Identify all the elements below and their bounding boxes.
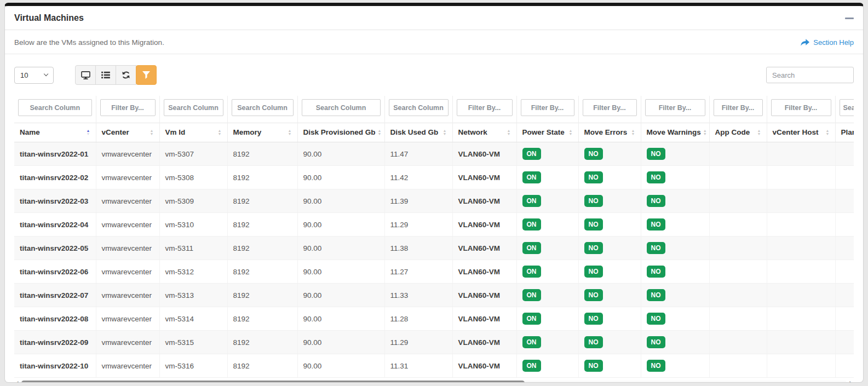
cell-move_errors: NO (578, 260, 641, 284)
scroll-left-icon[interactable]: ◀ (14, 381, 19, 383)
table-row[interactable]: titan-winsrv2022-04vmwarevcentervm-53108… (14, 213, 854, 237)
cell-disk_provisioned_gb: 90.00 (297, 166, 384, 189)
sort-arrows-icon: ▲▼ (150, 129, 154, 135)
column-header-disk_provisioned_gb[interactable]: Disk Provisioned Gb▲▼ (297, 123, 384, 142)
move-warnings-badge: NO (647, 195, 665, 207)
cell-memory: 8192 (227, 189, 297, 213)
cell-name: titan-winsrv2022-01 (14, 142, 96, 166)
cell-move_warnings: NO (641, 189, 709, 213)
table-viewport: Name▲▼vCenter▲▼Vm Id▲▼Memory▲▼Disk Provi… (14, 96, 854, 378)
column-header-memory[interactable]: Memory▲▼ (227, 123, 297, 142)
column-header-power_state[interactable]: Power State▲▼ (516, 123, 578, 142)
column-header-vcenter_host[interactable]: vCenter Host▲▼ (767, 123, 835, 142)
sort-arrows-icon: ▲▼ (507, 129, 511, 135)
column-header-name[interactable]: Name▲▼ (14, 123, 96, 142)
sort-arrows-icon: ▲▼ (218, 129, 222, 135)
move-errors-badge: NO (584, 171, 603, 183)
cell-power_state: ON (516, 213, 578, 237)
column-label: App Code (715, 128, 750, 136)
page-title: Virtual Machines (14, 13, 84, 23)
move-warnings-badge: NO (647, 289, 665, 301)
filter-input-disk_provisioned_gb[interactable] (302, 99, 381, 116)
cell-name: titan-winsrv2022-06 (14, 260, 96, 284)
table-row[interactable]: titan-winsrv2022-07vmwarevcentervm-53138… (14, 284, 854, 307)
cell-memory: 8192 (227, 166, 297, 189)
move-errors-badge: NO (584, 218, 603, 231)
column-header-plan[interactable]: Plan▲▼ (835, 123, 854, 142)
filter-input-vcenter[interactable] (100, 99, 156, 116)
move-errors-badge: NO (584, 195, 603, 207)
column-header-move_warnings[interactable]: Move Warnings▲▼ (641, 123, 709, 142)
page-size-value: 10 (20, 71, 28, 79)
table-row[interactable]: titan-winsrv2022-05vmwarevcentervm-53118… (14, 237, 854, 260)
table-row[interactable]: titan-winsrv2022-02vmwarevcentervm-53088… (14, 166, 854, 189)
filter-input-vm_id[interactable] (164, 99, 223, 116)
cell-app_code (709, 307, 767, 331)
filter-input-memory[interactable] (232, 99, 294, 116)
toggle-view-button[interactable] (75, 65, 96, 85)
cell-move_warnings: NO (641, 260, 709, 284)
column-header-vm_id[interactable]: Vm Id▲▼ (159, 123, 227, 142)
filter-input-plan[interactable] (840, 99, 854, 116)
scrollbar-thumb[interactable] (21, 381, 525, 383)
cell-network: VLAN60-VM (452, 307, 516, 331)
cell-vm_id: vm-5311 (159, 237, 227, 260)
cell-disk_provisioned_gb: 90.00 (297, 331, 384, 354)
cell-vcenter: vmwarevcenter (96, 189, 159, 213)
cell-app_code (709, 166, 767, 189)
filter-input-name[interactable] (18, 99, 92, 116)
refresh-button[interactable] (116, 65, 136, 85)
column-header-vcenter[interactable]: vCenter▲▼ (96, 123, 159, 142)
power-state-badge: ON (522, 195, 541, 207)
column-header-app_code[interactable]: App Code▲▼ (709, 123, 767, 142)
table-row[interactable]: titan-winsrv2022-06vmwarevcentervm-53128… (14, 260, 854, 284)
cell-name: titan-winsrv2022-08 (14, 307, 96, 331)
column-label: Move Errors (584, 128, 628, 136)
move-warnings-badge: NO (647, 266, 665, 278)
cell-plan (835, 213, 854, 237)
table-row[interactable]: titan-winsrv2022-01vmwarevcentervm-53078… (14, 142, 854, 166)
table-row[interactable]: titan-winsrv2022-10vmwarevcentervm-53168… (14, 354, 854, 378)
cell-move_errors: NO (578, 307, 641, 331)
column-header-network[interactable]: Network▲▼ (452, 123, 516, 142)
cell-power_state: ON (516, 260, 578, 284)
search-input[interactable] (766, 67, 854, 83)
cell-network: VLAN60-VM (452, 189, 516, 213)
filter-cell-power_state (516, 96, 578, 123)
table-header-row: Name▲▼vCenter▲▼Vm Id▲▼Memory▲▼Disk Provi… (14, 123, 854, 142)
cell-vcenter_host (767, 331, 835, 354)
page-size-select[interactable]: 10 (14, 67, 54, 84)
cell-vm_id: vm-5308 (159, 166, 227, 189)
cell-network: VLAN60-VM (452, 213, 516, 237)
cell-network: VLAN60-VM (452, 284, 516, 307)
column-header-move_errors[interactable]: Move Errors▲▼ (578, 123, 641, 142)
columns-button[interactable] (95, 65, 116, 85)
cell-app_code (709, 260, 767, 284)
table-row[interactable]: titan-winsrv2022-09vmwarevcentervm-53158… (14, 331, 854, 354)
move-errors-badge: NO (584, 336, 603, 348)
filter-input-app_code[interactable] (714, 99, 763, 116)
cell-vm_id: vm-5315 (159, 331, 227, 354)
filter-input-disk_used_gb[interactable] (389, 99, 449, 116)
filter-button[interactable] (136, 65, 157, 85)
cell-network: VLAN60-VM (452, 142, 516, 166)
cell-move_errors: NO (578, 189, 641, 213)
filter-cell-name (14, 96, 96, 123)
filter-input-power_state[interactable] (521, 99, 574, 116)
table-row[interactable]: titan-winsrv2022-08vmwarevcentervm-53148… (14, 307, 854, 331)
filter-cell-disk_used_gb (384, 96, 452, 123)
filter-input-move_warnings[interactable] (645, 99, 705, 116)
filter-input-vcenter_host[interactable] (771, 99, 831, 116)
cell-vcenter: vmwarevcenter (96, 213, 159, 237)
column-header-disk_used_gb[interactable]: Disk Used Gb▲▼ (384, 123, 452, 142)
filter-input-move_errors[interactable] (583, 99, 637, 116)
filter-input-network[interactable] (457, 99, 513, 116)
scroll-right-icon[interactable]: ▶ (849, 381, 854, 383)
minus-icon[interactable] (845, 18, 854, 19)
scrollbar-track[interactable] (21, 381, 847, 383)
section-help-link[interactable]: Section Help (801, 38, 854, 47)
cell-vm_id: vm-5312 (159, 260, 227, 284)
cell-move_warnings: NO (641, 307, 709, 331)
cell-memory: 8192 (227, 142, 297, 166)
table-row[interactable]: titan-winsrv2022-03vmwarevcentervm-53098… (14, 189, 854, 213)
